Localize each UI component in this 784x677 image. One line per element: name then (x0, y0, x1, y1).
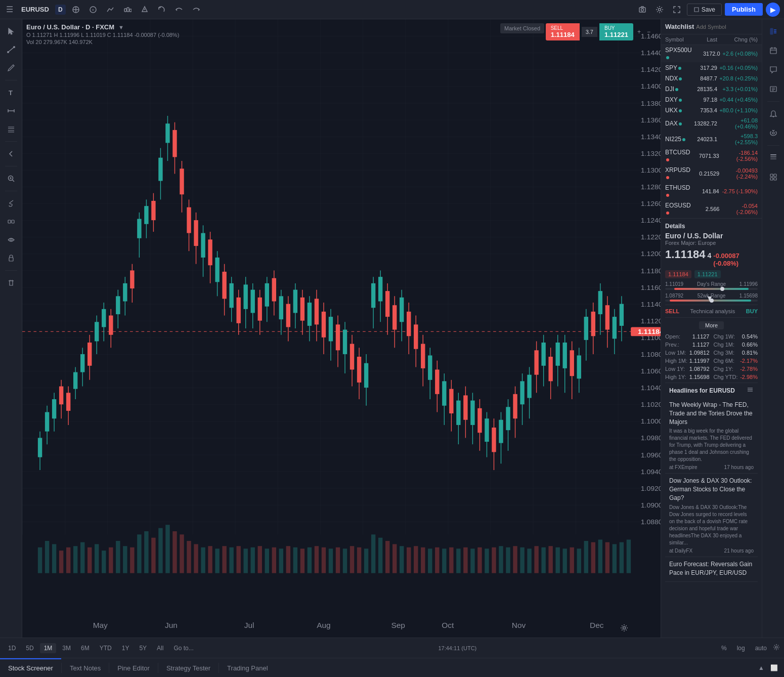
watchlist-item[interactable]: DJI 28135.4 +3.3 (+0.01%) (661, 84, 762, 95)
save-button[interactable]: Save (687, 4, 722, 16)
svg-text:1.10400: 1.10400 (641, 385, 661, 392)
tab-text-notes[interactable]: Text Notes (62, 658, 109, 678)
eye-tool[interactable] (3, 232, 19, 248)
watchlist-item[interactable]: NI225 24023.1 +598.3 (+2.55%) (661, 132, 762, 147)
watchlist-item[interactable]: DXY 97.18 +0.44 (+0.45%) (661, 95, 762, 105)
fib-tool[interactable] (3, 121, 19, 137)
timeframe-3m[interactable]: 3M (58, 643, 75, 653)
tab-trading-panel[interactable]: Trading Panel (219, 658, 276, 678)
toolbar-separator-5 (5, 270, 17, 271)
watchlist-item[interactable]: SPY 317.29 +0.16 (+0.05%) (661, 63, 762, 73)
menu-icon[interactable]: ☰ (4, 3, 15, 16)
chat-icon[interactable] (765, 62, 781, 78)
watchlist-item[interactable]: DAX 13282.72 +61.08 (+0.46%) (661, 116, 762, 132)
stack-icon[interactable] (765, 150, 781, 166)
redo-icon[interactable] (189, 4, 203, 16)
compare-icon[interactable]: + (86, 4, 100, 16)
log-button[interactable]: log (733, 643, 749, 653)
tab-collapse-icon[interactable]: ▲ (756, 662, 766, 673)
tab-expand-icon[interactable]: ⬜ (768, 662, 780, 673)
trend-line-tool[interactable] (3, 41, 19, 58)
svg-rect-130 (229, 283, 233, 308)
timeframe-5y[interactable]: 5Y (135, 643, 151, 653)
undo-icon[interactable] (172, 4, 186, 16)
svg-rect-168 (364, 363, 368, 388)
buy-box[interactable]: BUY 1.11221 (599, 23, 633, 40)
pencil-tool[interactable] (3, 60, 19, 76)
news-icon[interactable] (765, 81, 781, 97)
bell-icon[interactable] (765, 106, 781, 122)
replay-icon[interactable] (155, 4, 169, 16)
tab-stock-screener[interactable]: Stock Screener (0, 658, 61, 678)
pattern-tool[interactable] (3, 214, 19, 230)
svg-rect-184 (421, 344, 425, 368)
lock-tool[interactable] (3, 250, 19, 266)
sell-box[interactable]: SELL 1.11184 (546, 23, 580, 40)
measure-tool[interactable] (3, 103, 19, 119)
svg-rect-170 (371, 283, 375, 308)
tab-strategy-tester[interactable]: Strategy Tester (158, 658, 219, 678)
watchlist-item[interactable]: BTCUSD 7071.33 -186.14 (-2.56%) (661, 147, 762, 165)
publish-button[interactable]: Publish (725, 3, 763, 16)
add-symbol-input[interactable] (696, 24, 762, 30)
grid-icon[interactable] (765, 169, 781, 185)
calendar-icon[interactable] (765, 43, 781, 59)
timeframe-1m[interactable]: 1M (40, 643, 57, 653)
indicator-icon[interactable] (103, 4, 117, 16)
plus-icon[interactable]: + (635, 26, 643, 37)
symbol-display[interactable]: EURUSD (18, 5, 52, 14)
spread-box[interactable]: 3.7 (582, 27, 597, 37)
text-tool[interactable]: T (3, 84, 19, 101)
timeframe-1y[interactable]: 1Y (118, 643, 134, 653)
screenshot-icon[interactable] (635, 4, 649, 16)
svg-rect-271 (251, 547, 255, 573)
news-item[interactable]: Dow Jones & DAX 30 Outlook: German Stock… (665, 474, 758, 557)
tab-pine-editor[interactable]: Pine Editor (109, 658, 158, 678)
svg-rect-90 (88, 343, 92, 366)
goto-button[interactable]: Go to... (169, 643, 197, 653)
timeframe-selector[interactable]: D (55, 5, 66, 15)
watchlist-item[interactable]: EOSUSD 2.566 -0.054 (-2.06%) (661, 200, 762, 218)
chart-settings-icon[interactable] (620, 624, 628, 633)
svg-text:1.09400: 1.09400 (641, 468, 661, 475)
svg-point-13 (7, 51, 9, 53)
news-item[interactable]: The Weekly Wrap - The FED, Trade and the… (665, 398, 758, 474)
watchlist-item[interactable]: XRPUSD 0.21529 -0.00493 (-2.24%) (661, 165, 762, 183)
zoom-tool[interactable] (3, 171, 19, 187)
headlines-menu-icon[interactable] (747, 386, 754, 395)
details-type: Forex Major: Europe (665, 240, 758, 246)
timeframe-5d[interactable]: 5D (22, 643, 37, 653)
brush-tool[interactable] (3, 195, 19, 211)
chart-svg[interactable]: 1.14600 1.14400 1.14200 1.14000 1.13800 … (22, 19, 661, 638)
chart-settings-gear[interactable] (773, 644, 780, 652)
minus-icon[interactable]: − (645, 26, 652, 37)
watchlist-icon[interactable] (765, 23, 781, 39)
settings-icon[interactable] (652, 4, 667, 16)
svg-rect-315 (562, 548, 567, 573)
delete-tool[interactable] (3, 275, 19, 291)
signal-icon[interactable] (765, 125, 781, 141)
ta-more-button[interactable]: More (699, 321, 724, 329)
alert-icon[interactable] (138, 4, 152, 16)
cursor-tool[interactable] (3, 23, 19, 39)
svg-rect-214 (527, 375, 531, 398)
watchlist-item[interactable]: ETHUSD 141.84 -2.75 (-1.90%) (661, 183, 762, 200)
crosshair-icon[interactable] (69, 4, 83, 16)
timeframe-1d[interactable]: 1D (4, 643, 20, 653)
percent-button[interactable]: % (717, 643, 731, 653)
timeframe-ytd[interactable]: YTD (96, 643, 116, 653)
timeframe-all[interactable]: All (153, 643, 167, 653)
bar-type-icon[interactable] (120, 4, 135, 16)
news-item[interactable]: Euro Forecast: Reversals Gain Pace in EU… (665, 557, 758, 582)
timeframe-6m[interactable]: 6M (77, 643, 94, 653)
watchlist-item[interactable]: UKX 7353.4 +80.0 (+1.10%) (661, 105, 762, 116)
back-arrow[interactable] (3, 146, 19, 162)
collapse-icon[interactable]: ▼ (118, 24, 124, 30)
play-button[interactable]: ▶ (766, 3, 780, 17)
watchlist-item[interactable]: SPX500U 3172.0 +2.6 (+0.08%) (661, 45, 762, 63)
auto-button[interactable]: auto (751, 643, 771, 653)
watchlist-item[interactable]: NDX 8487.7 +20.8 (+0.25%) (661, 73, 762, 84)
chart-area[interactable]: Euro / U.S. Dollar · D · FXCM ▼ O 1.1127… (22, 19, 661, 638)
fullscreen-icon[interactable] (670, 4, 684, 16)
svg-rect-263 (194, 544, 198, 573)
